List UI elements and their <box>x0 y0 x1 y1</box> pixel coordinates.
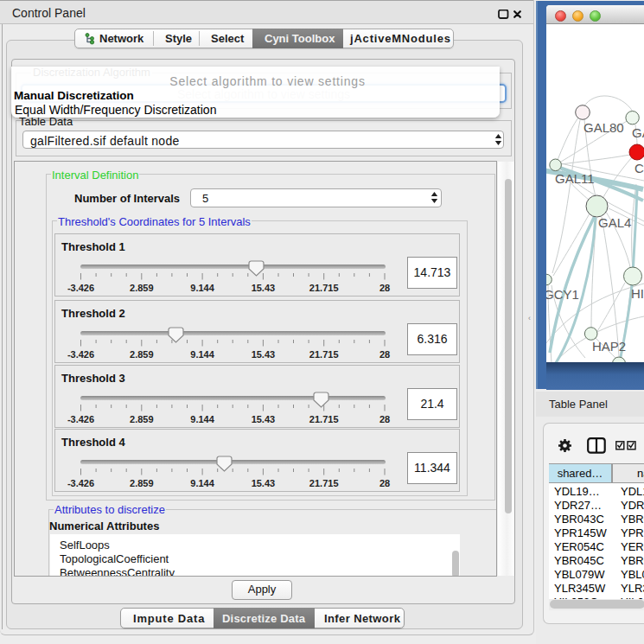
svg-text:GAL4: GAL4 <box>598 215 631 230</box>
svg-text:GCY1: GCY1 <box>546 287 579 302</box>
svg-text:GAL80: GAL80 <box>583 120 624 135</box>
svg-text:HAP2: HAP2 <box>592 339 626 354</box>
svg-text:C: C <box>634 161 644 175</box>
svg-text:GAL11: GAL11 <box>555 171 595 186</box>
svg-text:GA: GA <box>632 125 644 140</box>
svg-text:HI: HI <box>631 286 644 301</box>
